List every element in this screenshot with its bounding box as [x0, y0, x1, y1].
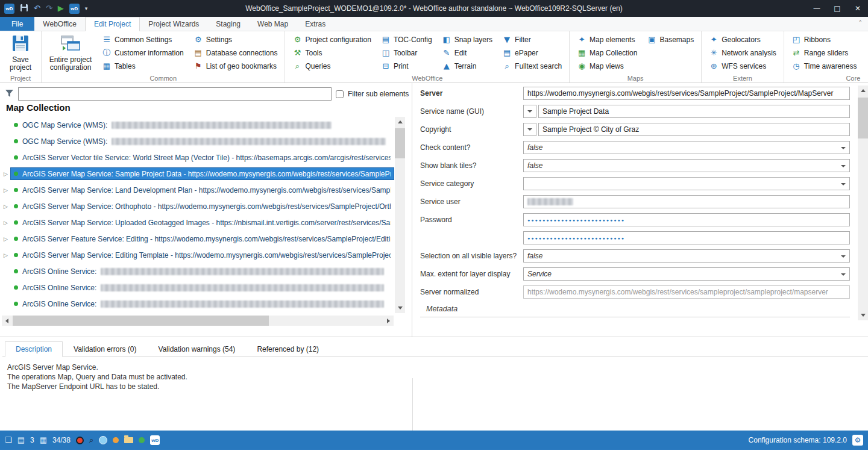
selection-visible-layers-select[interactable]: false — [523, 249, 850, 263]
tab-web-map[interactable]: Web Map — [249, 17, 297, 31]
geolocators-button[interactable]: ✦Geolocators — [707, 33, 778, 46]
tree-item[interactable]: ArcGIS Online Service: — [1, 263, 394, 279]
epaper-button[interactable]: ▤ePaper — [500, 46, 564, 60]
database-connections-button[interactable]: ▤Database connections — [192, 46, 280, 60]
map-collection-button[interactable]: ▦Map Collection — [575, 46, 639, 60]
console-icon[interactable]: ❏ — [5, 435, 12, 445]
server-input[interactable] — [523, 87, 850, 100]
scrollbar-thumb[interactable] — [858, 98, 868, 138]
tree-item-body[interactable]: ArcGIS Server Map Service: Uploaded Geot… — [10, 216, 394, 229]
tab-extras[interactable]: Extras — [297, 17, 334, 31]
common-settings-button[interactable]: ☰Common Settings — [100, 33, 186, 46]
scroll-up-icon[interactable] — [858, 86, 868, 96]
settings-button[interactable]: ⚙Settings — [192, 33, 280, 46]
expand-arrow-icon[interactable]: ▷ — [1, 187, 10, 193]
toc-config-button[interactable]: ▤TOC-Config — [379, 33, 434, 46]
weboffice-tool-icon[interactable]: wD — [69, 4, 80, 14]
tab-referenced-by[interactable]: Referenced by (12) — [246, 341, 330, 357]
tab-validation-errors[interactable]: Validation errors (0) — [63, 341, 147, 357]
tree-item-body[interactable]: ArcGIS Server Map Service: Orthophoto - … — [10, 200, 394, 213]
tree-item-body[interactable]: ArcGIS Server Map Service: Land Developm… — [10, 184, 394, 196]
tree-item-body[interactable]: OGC Map Service (WMS): — [10, 135, 394, 148]
tree-horizontal-scrollbar[interactable] — [2, 316, 394, 326]
service-name-input[interactable] — [538, 105, 850, 118]
tree-item[interactable]: ▷ArcGIS Server Map Service: Editing Temp… — [1, 247, 394, 263]
maximize-button[interactable]: □ — [827, 0, 848, 17]
map-elements-button[interactable]: ✦Map elements — [575, 33, 639, 46]
edit-button[interactable]: ✎Edit — [440, 46, 494, 60]
globe-status-icon[interactable] — [99, 436, 107, 444]
tree-item[interactable]: ArcGIS Server Vector tile Service: World… — [1, 149, 394, 166]
tree-filter-input[interactable] — [18, 87, 332, 101]
scrollbar-thumb[interactable] — [395, 128, 405, 158]
qat-dropdown-icon[interactable]: ▾ — [85, 4, 88, 13]
expand-arrow-icon[interactable]: ▷ — [1, 220, 10, 226]
tools-button[interactable]: ⚒Tools — [291, 46, 373, 60]
tree-item[interactable]: ▷ArcGIS Server Map Service: Land Develop… — [1, 182, 394, 198]
scroll-down-icon[interactable] — [395, 303, 405, 313]
tree-item[interactable]: ArcGIS Online Service: — [1, 296, 394, 312]
customer-information-button[interactable]: ⓘCustomer information — [100, 46, 186, 60]
tree-item[interactable]: ▷ArcGIS Server Map Service: Sample Proje… — [1, 166, 394, 182]
password-confirm-input[interactable]: ●●●●●●●●●●●●●●●●●●●●●●●●●● — [523, 231, 850, 244]
tab-file[interactable]: File — [0, 17, 34, 31]
quick-tools-button[interactable]: ✐Quick tools — [864, 33, 868, 46]
filter-button[interactable]: ▼Filter — [500, 33, 564, 46]
folder-status-icon[interactable] — [124, 437, 133, 443]
run-icon[interactable]: ▶ — [58, 4, 64, 13]
tree-item[interactable]: ▷ArcGIS Server Feature Service: Editing … — [1, 231, 394, 247]
tab-edit-project[interactable]: Edit Project — [85, 17, 140, 31]
document-icon[interactable]: ▤ — [17, 435, 25, 445]
tab-weboffice[interactable]: WebOffice — [34, 17, 85, 31]
time-awareness-button[interactable]: ◷Time awareness — [790, 60, 859, 73]
queries-button[interactable]: ⌕Queries — [291, 60, 373, 73]
properties-vertical-scrollbar[interactable] — [858, 86, 868, 320]
save-project-button[interactable]: Save project — [2, 33, 39, 72]
project-configuration-button[interactable]: ⚙Project configuration — [291, 33, 373, 46]
terrain-button[interactable]: ▲Terrain — [440, 60, 494, 73]
fulltext-search-button[interactable]: ⌕Fulltext search — [500, 60, 564, 73]
tab-staging[interactable]: Staging — [207, 17, 249, 31]
copyright-dropdown-button[interactable] — [523, 123, 536, 136]
tree-item-body[interactable]: ArcGIS Server Feature Service: Editing -… — [10, 232, 394, 245]
scroll-right-icon[interactable] — [383, 316, 394, 326]
expand-arrow-icon[interactable]: ▷ — [1, 171, 10, 177]
tree-item-body[interactable]: ArcGIS Online Service: — [10, 297, 394, 310]
password-input[interactable]: ●●●●●●●●●●●●●●●●●●●●●●●●●● — [523, 213, 850, 226]
record-status-icon[interactable] — [76, 437, 84, 444]
collapse-ribbon-icon[interactable]: ˄ — [859, 19, 863, 27]
wfs-services-button[interactable]: ⊕WFS services — [707, 60, 778, 73]
close-button[interactable]: ✕ — [848, 0, 868, 17]
filter-sub-elements-checkbox[interactable] — [336, 90, 344, 98]
copyright-input[interactable] — [538, 123, 850, 136]
schema-settings-icon[interactable]: ⚙ — [852, 435, 863, 446]
expand-arrow-icon[interactable]: ▷ — [1, 236, 10, 242]
list-of-geo-bookmarks-button[interactable]: ⚑List of geo bookmarks — [192, 60, 280, 73]
tree-item-body[interactable]: ArcGIS Online Service: — [10, 265, 394, 278]
tree-item-body[interactable]: ArcGIS Server Map Service: Sample Projec… — [10, 167, 394, 180]
print-button[interactable]: ⊟Print — [379, 60, 434, 73]
service-category-select[interactable] — [523, 177, 850, 190]
undo-icon[interactable]: ↶ — [34, 4, 40, 13]
minimize-button[interactable]: — — [807, 0, 827, 17]
expand-arrow-icon[interactable]: ▷ — [1, 204, 10, 210]
show-blank-tiles-select[interactable]: false — [523, 159, 850, 172]
snap-layers-button[interactable]: ◧Snap layers — [440, 33, 494, 46]
tree-item-body[interactable]: ArcGIS Online Service: — [10, 281, 394, 294]
tree-item[interactable]: ▷ArcGIS Server Map Service: Uploaded Geo… — [1, 214, 394, 231]
redo-icon[interactable]: ↷ — [46, 4, 52, 13]
scroll-up-icon[interactable] — [395, 117, 405, 127]
tab-description[interactable]: Description — [5, 341, 63, 357]
tree-item[interactable]: OGC Map Service (WMS): — [1, 133, 394, 149]
toolbar-button[interactable]: ◫Toolbar — [379, 46, 434, 60]
map-views-button[interactable]: ◉Map views — [575, 60, 639, 73]
tree-item[interactable]: ArcGIS Online Service: — [1, 279, 394, 296]
tree-item-body[interactable]: OGC Map Service (WMS): — [10, 119, 394, 131]
tab-validation-warnings[interactable]: Validation warnings (54) — [148, 341, 247, 357]
tree-item[interactable]: ▷ArcGIS Server Map Service: Orthophoto -… — [1, 198, 394, 214]
table-status-icon[interactable]: ▦ — [40, 435, 47, 445]
search-status-icon[interactable]: ⌕ — [89, 435, 93, 445]
service-user-input[interactable] — [523, 195, 850, 208]
tree-vertical-scrollbar[interactable] — [395, 117, 405, 313]
service-name-dropdown-button[interactable] — [523, 105, 536, 118]
